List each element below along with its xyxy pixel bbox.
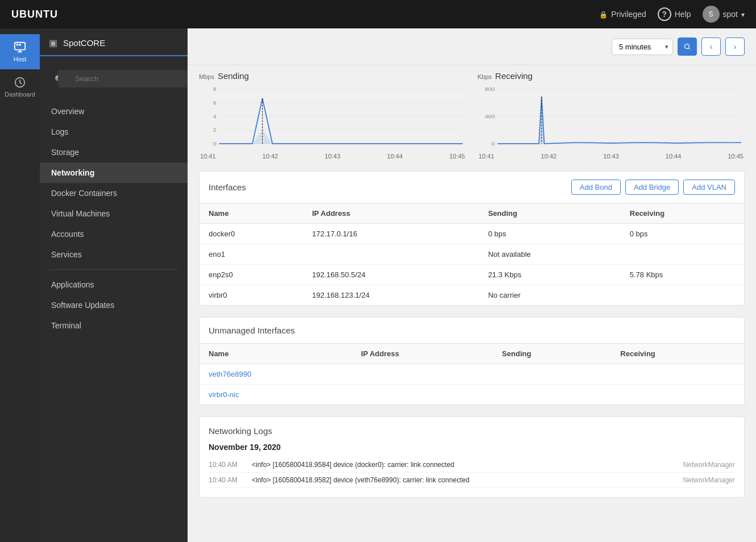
iface-receiving: 0 bps (621, 224, 744, 244)
host-icon (14, 41, 26, 53)
log-entry: 10:40 AM <info> [1605800418.9584] device… (209, 457, 735, 473)
unmanaged-title: Unmanaged Interfaces (209, 326, 295, 335)
sidebar-item-host[interactable]: Host (0, 34, 40, 69)
help-button[interactable]: Help (658, 7, 691, 21)
svg-text:0: 0 (213, 141, 217, 147)
search-input[interactable] (58, 70, 188, 87)
col-sending: Sending (493, 344, 611, 364)
uiface-sending (493, 385, 611, 405)
user-menu[interactable]: S spot (703, 6, 745, 23)
svg-marker-23 (497, 102, 741, 144)
svg-text:4: 4 (213, 114, 217, 120)
table-row[interactable]: eno1 Not available (200, 244, 744, 265)
svg-point-4 (685, 44, 689, 49)
help-label: Help (675, 10, 691, 19)
unmanaged-table: Name IP Address Sending Receiving veth76… (200, 344, 744, 405)
search-toolbar-button[interactable] (678, 37, 697, 56)
log-source: NetworkManager (655, 461, 735, 469)
svg-text:0: 0 (492, 141, 495, 147)
iface-receiving: 5.78 Kbps (621, 265, 744, 285)
log-message: <info> [1605800418.9584] device (docker0… (252, 461, 646, 469)
table-row[interactable]: docker0 172.17.0.1/16 0 bps 0 bps (200, 224, 744, 244)
interfaces-table: Name IP Address Sending Receiving docker… (200, 203, 744, 305)
iface-sending: Not available (479, 244, 621, 265)
sidebar-item-overview[interactable]: Overview (40, 101, 188, 122)
help-icon (658, 7, 671, 21)
uiface-sending (493, 364, 611, 385)
uiface-ip (352, 364, 493, 385)
dashboard-icon (14, 76, 26, 89)
interfaces-card: Interfaces Add Bond Add Bridge Add VLAN … (199, 171, 745, 306)
interfaces-title: Interfaces (209, 182, 246, 192)
table-row[interactable]: virbr0-nic (200, 385, 744, 405)
receiving-x-labels: 10:41 10:42 10:43 10:44 10:45 (477, 153, 745, 160)
logs-date: November 19, 2020 (209, 443, 735, 452)
search-icon (684, 43, 691, 51)
add-bond-button[interactable]: Add Bond (571, 180, 621, 195)
sidebar-item-accounts[interactable]: Accounts (40, 224, 188, 244)
uiface-name: virbr0-nic (200, 385, 352, 405)
next-button[interactable]: › (725, 37, 745, 56)
col-ip: IP Address (303, 203, 479, 224)
app-icon: ▣ (49, 37, 57, 48)
sidebar-item-networking[interactable]: Networking (40, 162, 188, 183)
receiving-chart: Kbps Receiving 800 400 0 10:41 (477, 71, 745, 160)
col-receiving: Receiving (621, 203, 744, 224)
uiface-receiving (611, 364, 744, 385)
iface-ip: 192.168.50.5/24 (303, 265, 479, 285)
topbar: UBUNTU Privileged Help S spot (0, 0, 756, 28)
col-receiving: Receiving (611, 344, 744, 364)
sidebar-item-terminal[interactable]: Terminal (40, 315, 188, 336)
sidebar-item-virtual-machines[interactable]: Virtual Machines (40, 203, 188, 224)
privileged-label: Privileged (611, 10, 646, 19)
dashboard-label: Dashboard (5, 91, 35, 98)
sidebar-item-software-updates[interactable]: Software Updates (40, 295, 188, 315)
uiface-ip (352, 385, 493, 405)
add-vlan-button[interactable]: Add VLAN (683, 180, 735, 195)
sidebar-item-dashboard[interactable]: Dashboard (0, 69, 40, 105)
chevron-down-icon (741, 10, 745, 19)
col-ip: IP Address (352, 344, 493, 364)
sidebar-item-docker-containers[interactable]: Docker Containers (40, 183, 188, 203)
iface-name: eno1 (200, 244, 303, 265)
charts-section: Mbps Sending 8 6 4 2 0 (188, 65, 756, 171)
svg-text:800: 800 (485, 86, 495, 93)
time-range-select[interactable]: 5 minutes 15 minutes 30 minutes 1 hour 6… (612, 39, 673, 55)
log-time: 10:40 AM (209, 476, 243, 484)
iface-ip: 172.17.0.1/16 (303, 224, 479, 244)
sidebar-item-services[interactable]: Services (40, 244, 188, 265)
logs-title: Networking Logs (209, 426, 735, 436)
log-message: <info> [1605800418.9582] device (veth76e… (252, 476, 646, 484)
iface-receiving (621, 285, 744, 306)
sidebar-item-storage[interactable]: Storage (40, 142, 188, 162)
table-row[interactable]: enp2s0 192.168.50.5/24 21.3 Kbps 5.78 Kb… (200, 265, 744, 285)
sending-x-labels: 10:41 10:42 10:43 10:44 10:45 (199, 153, 466, 160)
sending-chart-svg: 8 6 4 2 0 (199, 83, 466, 151)
table-row[interactable]: virbr0 192.168.123.1/24 No carrier (200, 285, 744, 306)
interfaces-header: Interfaces Add Bond Add Bridge Add VLAN (200, 172, 744, 203)
table-row[interactable]: veth76e8990 (200, 364, 744, 385)
privileged-indicator: Privileged (599, 10, 646, 19)
svg-rect-0 (15, 43, 25, 50)
col-sending: Sending (479, 203, 621, 224)
user-label: spot (723, 10, 738, 19)
main-content: 5 minutes 15 minutes 30 minutes 1 hour 6… (188, 28, 756, 542)
svg-text:2: 2 (213, 127, 217, 134)
log-time: 10:40 AM (209, 461, 243, 469)
svg-text:6: 6 (213, 100, 217, 106)
unmanaged-header: Unmanaged Interfaces (200, 318, 744, 344)
iface-name: virbr0 (200, 285, 303, 306)
search-wrap: 🔍 (49, 63, 178, 94)
receiving-chart-svg: 800 400 0 (477, 83, 745, 151)
interfaces-buttons: Add Bond Add Bridge Add VLAN (571, 180, 735, 195)
prev-button[interactable]: ‹ (701, 37, 721, 56)
col-name: Name (200, 203, 303, 224)
sidebar-item-applications[interactable]: Applications (40, 274, 188, 295)
sidebar-item-logs[interactable]: Logs (40, 122, 188, 142)
iface-ip (303, 244, 479, 265)
sending-title: Sending (218, 71, 249, 81)
lock-icon (599, 10, 608, 19)
svg-rect-2 (19, 44, 21, 46)
add-bridge-button[interactable]: Add Bridge (625, 180, 679, 195)
svg-text:400: 400 (485, 114, 495, 120)
